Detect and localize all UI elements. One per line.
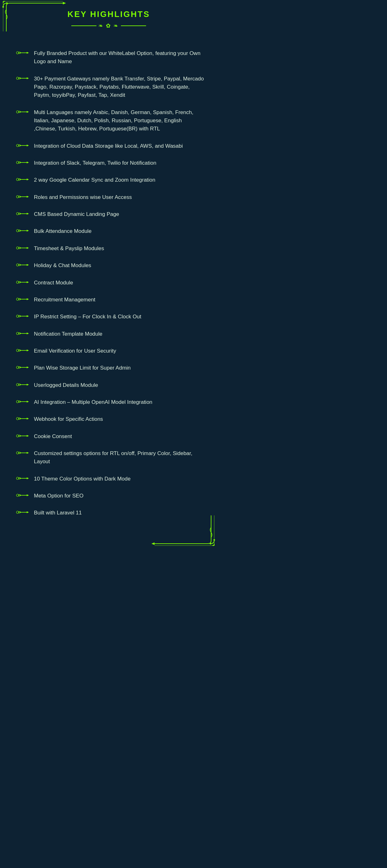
svg-point-65 bbox=[20, 418, 21, 419]
svg-point-56 bbox=[20, 367, 21, 368]
item-text: Fully Branded Product with our WhiteLabe… bbox=[34, 49, 205, 66]
bullet-icon bbox=[16, 432, 29, 441]
svg-point-53 bbox=[20, 350, 21, 351]
list-item: Bulk Attendance Module bbox=[16, 223, 205, 240]
svg-marker-76 bbox=[27, 494, 29, 496]
svg-point-77 bbox=[20, 495, 21, 496]
svg-point-47 bbox=[20, 315, 21, 317]
divider-ornament: ❧ ✿ ❧ bbox=[98, 22, 119, 29]
bullet-icon bbox=[16, 296, 29, 304]
svg-marker-13 bbox=[27, 111, 29, 113]
bullet-icon bbox=[16, 509, 29, 517]
svg-point-11 bbox=[20, 78, 21, 79]
item-text: Notification Template Module bbox=[34, 330, 102, 338]
svg-point-35 bbox=[20, 247, 21, 249]
list-item: Cookie Consent bbox=[16, 428, 205, 445]
list-item: Timesheet & Payslip Modules bbox=[16, 240, 205, 257]
divider-line-left bbox=[71, 26, 96, 26]
item-text: Meta Option for SEO bbox=[34, 492, 84, 500]
header-section: KEY HIGHLIGHTS ❧ ✿ ❧ bbox=[0, 0, 217, 39]
svg-point-44 bbox=[20, 299, 21, 300]
list-item: IP Restrict Setting – For Clock In & Clo… bbox=[16, 308, 205, 325]
list-item: AI Integration – Multiple OpenAI Model I… bbox=[16, 394, 205, 411]
svg-marker-34 bbox=[27, 247, 29, 249]
svg-marker-43 bbox=[27, 298, 29, 300]
item-text: Contract Module bbox=[34, 279, 73, 287]
svg-marker-7 bbox=[27, 52, 29, 54]
svg-point-20 bbox=[20, 162, 21, 163]
list-item: Webhook for Specific Actions bbox=[16, 411, 205, 428]
item-text: Webhook for Specific Actions bbox=[34, 415, 103, 423]
item-text: Userlogged Details Module bbox=[34, 381, 98, 390]
svg-marker-31 bbox=[27, 230, 29, 231]
list-item: 30+ Payment Gateways namely Bank Transfe… bbox=[16, 70, 205, 104]
svg-marker-64 bbox=[27, 418, 29, 420]
bullet-icon bbox=[16, 227, 29, 236]
svg-point-50 bbox=[20, 333, 21, 334]
list-item: Multi Languages namely Arabic, Danish, G… bbox=[16, 104, 205, 138]
item-text: 30+ Payment Gateways namely Bank Transfe… bbox=[34, 75, 205, 100]
svg-point-8 bbox=[20, 52, 21, 54]
bullet-icon bbox=[16, 313, 29, 321]
svg-marker-10 bbox=[27, 77, 29, 79]
svg-marker-70 bbox=[27, 452, 29, 454]
bullet-icon bbox=[16, 49, 29, 58]
svg-marker-67 bbox=[27, 435, 29, 437]
svg-marker-28 bbox=[27, 213, 29, 215]
svg-point-84 bbox=[214, 539, 215, 540]
svg-marker-52 bbox=[27, 349, 29, 351]
item-text: Integration of Cloud Data Storage like L… bbox=[34, 142, 183, 150]
list-item: Roles and Permissions wise User Access bbox=[16, 189, 205, 206]
svg-marker-82 bbox=[152, 542, 155, 545]
list-item: Recruitment Management bbox=[16, 291, 205, 308]
corner-decoration-br bbox=[148, 512, 217, 547]
bullet-icon bbox=[16, 415, 29, 423]
svg-point-17 bbox=[20, 145, 21, 146]
svg-point-80 bbox=[20, 512, 21, 513]
bullet-icon bbox=[16, 279, 29, 287]
item-text: Plan Wise Storage Limit for Super Admin bbox=[34, 364, 131, 372]
divider-line-right bbox=[121, 26, 146, 26]
bullet-icon bbox=[16, 176, 29, 184]
svg-marker-25 bbox=[27, 196, 29, 198]
bullet-icon bbox=[16, 492, 29, 500]
item-text: 10 Theme Color Options with Dark Mode bbox=[34, 475, 131, 483]
list-item: Integration of Cloud Data Storage like L… bbox=[16, 138, 205, 155]
item-text: Bulk Attendance Module bbox=[34, 227, 91, 236]
page-wrapper: KEY HIGHLIGHTS ❧ ✿ ❧ Fully Branded Produ… bbox=[0, 0, 217, 547]
svg-point-26 bbox=[20, 196, 21, 197]
svg-point-71 bbox=[20, 452, 21, 454]
svg-marker-19 bbox=[27, 161, 29, 163]
bullet-icon bbox=[16, 450, 29, 458]
item-text: Multi Languages namely Arabic, Danish, G… bbox=[34, 108, 205, 133]
bullet-icon bbox=[16, 193, 29, 202]
item-text: CMS Based Dynamic Landing Page bbox=[34, 210, 119, 218]
bullet-icon bbox=[16, 364, 29, 372]
bullet-icon bbox=[16, 210, 29, 218]
bullet-icon bbox=[16, 347, 29, 355]
list-item: Meta Option for SEO bbox=[16, 488, 205, 504]
bullet-icon bbox=[16, 142, 29, 150]
bullet-icon bbox=[16, 108, 29, 117]
bullet-icon bbox=[16, 398, 29, 406]
list-item: Holiday & Chat Modules bbox=[16, 257, 205, 274]
bullet-icon bbox=[16, 261, 29, 270]
item-text: 2 way Google Calendar Sync and Zoom Inte… bbox=[34, 176, 156, 184]
list-item: Integration of Slack, Telegram, Twilio f… bbox=[16, 155, 205, 172]
item-text: Roles and Permissions wise User Access bbox=[34, 193, 132, 202]
item-text: Holiday & Chat Modules bbox=[34, 261, 91, 270]
item-text: Recruitment Management bbox=[34, 296, 96, 304]
svg-point-68 bbox=[20, 435, 21, 436]
list-item: Customized settings options for RTL on/o… bbox=[16, 445, 205, 470]
list-item: Plan Wise Storage Limit for Super Admin bbox=[16, 360, 205, 376]
svg-marker-73 bbox=[27, 477, 29, 479]
list-item: 2 way Google Calendar Sync and Zoom Inte… bbox=[16, 172, 205, 189]
item-text: IP Restrict Setting – For Clock In & Clo… bbox=[34, 313, 141, 321]
bullet-icon bbox=[16, 159, 29, 167]
bullet-icon bbox=[16, 245, 29, 253]
svg-marker-79 bbox=[27, 511, 29, 513]
bullet-icon bbox=[16, 75, 29, 83]
bullet-icon bbox=[16, 475, 29, 483]
item-text: Built with Laravel 11 bbox=[34, 509, 82, 517]
list-item: Notification Template Module bbox=[16, 326, 205, 343]
